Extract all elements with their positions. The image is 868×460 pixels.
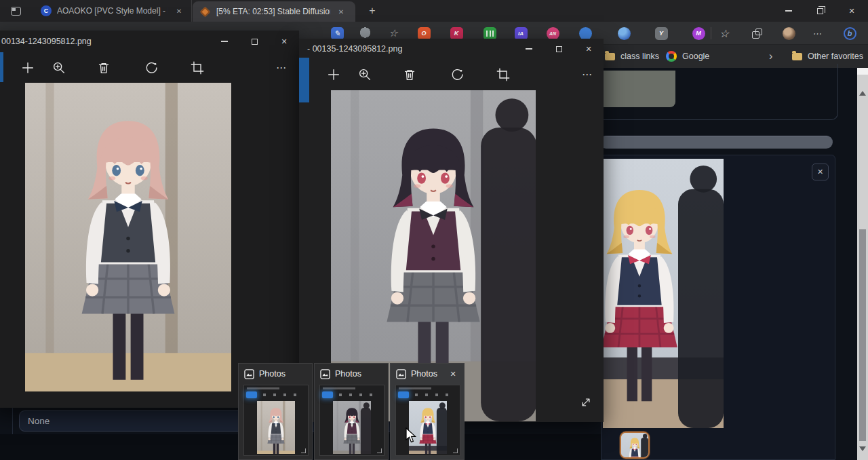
taskbar-preview-photos-3[interactable]: Photos ✕ <box>390 363 465 460</box>
rotate-button[interactable] <box>443 61 471 88</box>
photos-app-icon <box>396 369 406 379</box>
photos-close-button[interactable]: ✕ <box>269 31 299 52</box>
add-button[interactable] <box>14 54 41 81</box>
preview-close-button[interactable]: ✕ <box>448 370 458 379</box>
m-extension-icon[interactable]: M <box>692 26 705 40</box>
page-scrollbar[interactable] <box>857 68 868 460</box>
ia-extension-icon[interactable]: IA <box>514 26 528 40</box>
mini-expand-icon <box>453 448 458 453</box>
favorites-star-icon[interactable]: ☆ <box>717 26 731 40</box>
mini-title-text <box>399 387 431 389</box>
taskbar-preview-photos-1[interactable]: Photos <box>238 363 313 460</box>
o-extension-icon[interactable]: O <box>417 26 431 40</box>
see-more-button[interactable]: ⋯ <box>574 61 601 88</box>
preview-app-label: Photos <box>411 369 437 379</box>
folder-icon <box>605 53 615 60</box>
minimize-icon <box>221 41 228 42</box>
preview-app-label: Photos <box>259 369 285 379</box>
bing-discover-icon[interactable]: b <box>843 26 856 40</box>
tab-list-button[interactable] <box>8 5 23 17</box>
add-button[interactable] <box>320 61 347 88</box>
browser-restore-button[interactable] <box>804 0 835 22</box>
fullscreen-button[interactable] <box>578 395 593 410</box>
photos-minimize-button[interactable] <box>210 31 239 52</box>
star-outline-icon[interactable]: ☆ <box>387 26 400 40</box>
browser-tab-civitai[interactable]: C AOAOKO [PVC Style Model] - PV ✕ <box>34 0 192 22</box>
taskbar-preview-photos-2[interactable]: Photos <box>314 363 389 460</box>
zoom-button[interactable] <box>351 61 378 88</box>
mini-accent-button <box>322 391 333 398</box>
photos-maximize-button[interactable] <box>239 31 269 52</box>
an-extension-icon[interactable]: AN <box>546 26 559 40</box>
browser-tab-stable-diffusion[interactable]: [5% ETA: 02:53] Stable Diffusion ✕ <box>193 1 355 22</box>
photos-title-bar[interactable]: - 00135-1243095812.png ✕ <box>299 39 604 59</box>
delete-button[interactable] <box>90 54 117 81</box>
rotate-button[interactable] <box>138 54 165 81</box>
desktop: C AOAOKO [PVC Style Model] - PV ✕ [5% ET… <box>0 0 868 460</box>
dot-extension-icon[interactable] <box>578 26 592 40</box>
favorite-label: class links <box>620 52 659 61</box>
preview-thumbnail-window[interactable] <box>319 385 384 456</box>
generated-image-preview[interactable] <box>603 159 724 428</box>
browser-close-button[interactable]: ✕ <box>835 0 868 22</box>
mini-toolbar-icon <box>359 394 362 396</box>
mini-toolbar-icon <box>263 394 266 396</box>
crop-button[interactable] <box>490 61 517 88</box>
photo-image-1[interactable] <box>25 83 231 391</box>
tab-close-icon[interactable]: ✕ <box>174 5 184 16</box>
favorite-label: Other favorites <box>808 52 863 61</box>
photos-window-title: 00134-1243095812.png <box>1 37 210 46</box>
preview-header: Photos ✕ <box>391 364 464 384</box>
preview-thumbnail-window[interactable] <box>243 385 309 456</box>
scrollbar-cap <box>857 68 868 75</box>
add-icon <box>20 60 35 75</box>
crop-icon <box>190 60 205 75</box>
mini-toolbar-icon <box>349 394 352 396</box>
y-extension-icon[interactable]: Y <box>654 26 668 40</box>
preview-app-label: Photos <box>335 369 361 379</box>
trash-icon <box>402 67 417 82</box>
browser-minimize-button[interactable] <box>773 0 804 22</box>
k-extension-icon[interactable]: K <box>450 26 463 40</box>
mini-toolbar-icon <box>339 394 342 396</box>
trash-icon <box>96 60 111 75</box>
browser-tab-bar: C AOAOKO [PVC Style Model] - PV ✕ [5% ET… <box>0 0 868 22</box>
tab-title: [5% ETA: 02:53] Stable Diffusion <box>216 7 330 16</box>
civitai-favicon-icon: C <box>41 5 52 16</box>
delete-button[interactable] <box>396 61 423 88</box>
collections-icon[interactable] <box>749 26 763 40</box>
rotate-icon <box>450 67 465 82</box>
photos-close-button[interactable]: ✕ <box>574 39 604 59</box>
columns-extension-icon[interactable] <box>483 26 496 40</box>
preview-thumbnail-window[interactable] <box>395 385 460 456</box>
scroll-down-arrow-icon[interactable] <box>859 446 866 451</box>
tab-close-icon[interactable]: ✕ <box>336 6 347 17</box>
scroll-up-arrow-icon[interactable] <box>859 91 866 96</box>
ghost-extension-icon[interactable] <box>358 26 372 40</box>
photos-maximize-button[interactable] <box>544 39 574 59</box>
gallery-selected-thumbnail[interactable] <box>620 432 650 459</box>
mini-accent-button <box>246 391 257 398</box>
globe-extension-icon[interactable] <box>617 26 631 40</box>
magnifier-plus-icon <box>357 67 372 82</box>
more-menu-icon[interactable]: ⋯ <box>810 26 824 40</box>
pen-extension-icon[interactable]: ✎ <box>330 26 344 40</box>
scrollbar-thumb[interactable] <box>859 229 866 441</box>
mini-expand-icon <box>377 448 382 453</box>
zoom-button[interactable] <box>45 54 73 81</box>
close-icon: ✕ <box>848 7 854 16</box>
see-more-button[interactable]: ⋯ <box>268 54 295 81</box>
minimize-icon <box>785 10 792 12</box>
mini-title-text <box>323 387 355 389</box>
new-tab-button[interactable]: + <box>363 3 381 19</box>
crop-button[interactable] <box>184 54 211 81</box>
gallery-close-button[interactable]: ✕ <box>812 164 829 180</box>
photos-minimize-button[interactable] <box>514 39 544 59</box>
accent-strip <box>299 58 309 102</box>
photos-title-bar[interactable]: 00134-1243095812.png ✕ <box>0 31 299 52</box>
profile-avatar-icon[interactable] <box>782 26 795 40</box>
tab-title: AOAOKO [PVC Style Model] - PV <box>57 6 168 16</box>
maximize-icon <box>556 46 562 52</box>
photos-toolbar: ⋯ <box>0 52 299 83</box>
style-dropdown-value: None <box>28 416 50 426</box>
